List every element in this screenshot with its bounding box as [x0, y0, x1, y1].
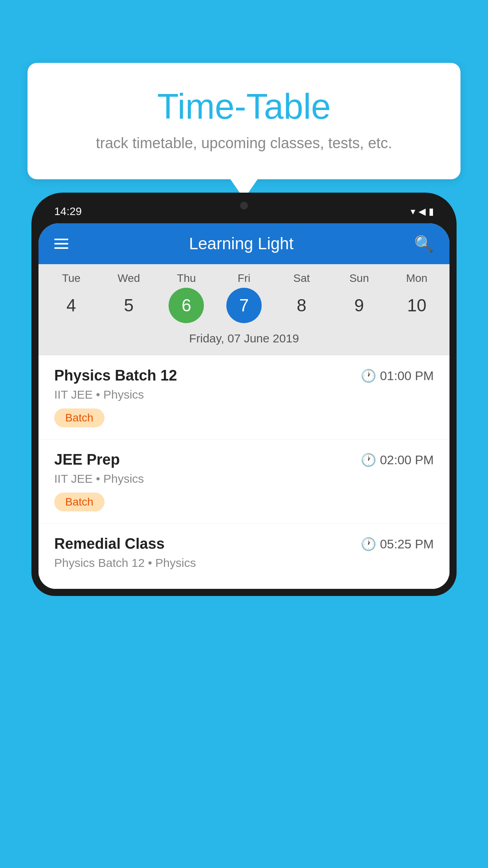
day-number: 5 — [111, 288, 147, 323]
schedule-item-title: JEE Prep — [54, 451, 120, 468]
calendar-strip: Tue4Wed5Thu6Fri7Sat8Sun9Mon10 Friday, 07… — [39, 264, 449, 355]
day-name: Mon — [406, 272, 427, 285]
status-icons: ▾ ◀ ▮ — [411, 206, 434, 217]
schedule-item-subtitle: IIT JEE • Physics — [54, 388, 434, 401]
selected-date-label: Friday, 07 June 2019 — [39, 327, 449, 351]
schedule-item-title: Remedial Class — [54, 535, 165, 552]
schedule-item[interactable]: JEE Prep🕐 02:00 PMIIT JEE • PhysicsBatch — [39, 440, 449, 524]
app-title: Learning Light — [189, 234, 294, 253]
day-column-wed[interactable]: Wed5 — [103, 272, 154, 323]
schedule-item-title: Physics Batch 12 — [54, 367, 177, 384]
phone-container: 14:29 ▾ ◀ ▮ Learning Light 🔍 — [31, 193, 457, 868]
day-name: Sun — [349, 272, 369, 285]
battery-icon: ▮ — [429, 206, 434, 217]
day-number: 8 — [284, 288, 319, 323]
schedule-item[interactable]: Physics Batch 12🕐 01:00 PMIIT JEE • Phys… — [39, 355, 449, 440]
speech-bubble: Time-Table track timetable, upcoming cla… — [28, 63, 460, 179]
day-name: Sat — [294, 272, 310, 285]
wifi-icon: ▾ — [411, 206, 415, 217]
day-column-tue[interactable]: Tue4 — [46, 272, 97, 323]
schedule-item-subtitle: IIT JEE • Physics — [54, 472, 434, 485]
day-name: Wed — [117, 272, 140, 285]
batch-badge: Batch — [54, 493, 105, 511]
day-number: 9 — [341, 288, 377, 323]
batch-badge: Batch — [54, 408, 105, 427]
day-column-sat[interactable]: Sat8 — [276, 272, 327, 323]
speech-bubble-container: Time-Table track timetable, upcoming cla… — [28, 63, 460, 179]
status-time: 14:29 — [54, 205, 82, 218]
days-row: Tue4Wed5Thu6Fri7Sat8Sun9Mon10 — [39, 272, 449, 323]
day-column-mon[interactable]: Mon10 — [391, 272, 442, 323]
status-bar: 14:29 ▾ ◀ ▮ — [39, 200, 449, 223]
day-number: 10 — [399, 288, 435, 323]
schedule-item[interactable]: Remedial Class🕐 05:25 PMPhysics Batch 12… — [39, 524, 449, 589]
day-column-sun[interactable]: Sun9 — [334, 272, 385, 323]
day-name: Fri — [238, 272, 251, 285]
app-bar: Learning Light 🔍 — [39, 223, 449, 264]
bubble-title: Time-Table — [59, 86, 429, 127]
day-number: 6 — [169, 288, 204, 323]
day-number: 4 — [53, 288, 89, 323]
schedule-item-time: 🕐 05:25 PM — [361, 537, 434, 552]
day-name: Tue — [62, 272, 81, 285]
schedule-item-subtitle: Physics Batch 12 • Physics — [54, 556, 434, 570]
schedule-item-time: 🕐 01:00 PM — [361, 368, 434, 383]
day-name: Thu — [177, 272, 196, 285]
signal-icon: ◀ — [418, 206, 426, 217]
schedule-list: Physics Batch 12🕐 01:00 PMIIT JEE • Phys… — [39, 355, 449, 589]
day-column-fri[interactable]: Fri7 — [218, 272, 270, 323]
bubble-subtitle: track timetable, upcoming classes, tests… — [59, 135, 429, 152]
day-column-thu[interactable]: Thu6 — [161, 272, 212, 323]
search-icon[interactable]: 🔍 — [414, 235, 434, 253]
phone-screen: Learning Light 🔍 Tue4Wed5Thu6Fri7Sat8Sun… — [39, 223, 449, 589]
hamburger-menu-icon[interactable] — [54, 239, 68, 249]
camera — [240, 202, 248, 210]
schedule-item-time: 🕐 02:00 PM — [361, 452, 434, 467]
day-number: 7 — [226, 288, 262, 323]
notch — [228, 200, 260, 211]
phone-frame: 14:29 ▾ ◀ ▮ Learning Light 🔍 — [31, 193, 457, 596]
